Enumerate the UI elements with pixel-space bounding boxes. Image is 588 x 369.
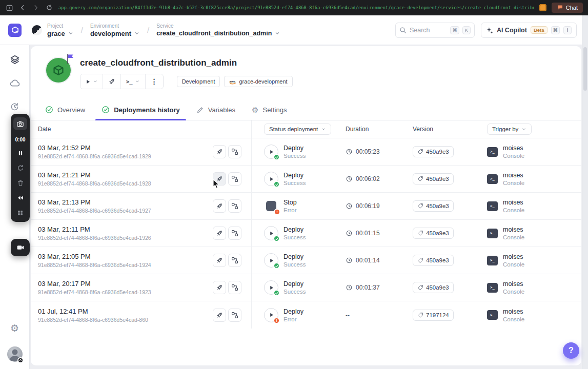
- project-label: Project: [47, 23, 74, 29]
- aws-icon: aws: [229, 79, 236, 85]
- trash-icon[interactable]: [16, 179, 25, 187]
- pipeline-icon: [231, 175, 238, 182]
- scrollbar-thumb[interactable]: [583, 47, 587, 91]
- deployment-date: 03 Mar, 21:21 PM: [38, 171, 213, 179]
- forward-icon[interactable]: [32, 4, 40, 12]
- redeploy-button[interactable]: [103, 74, 121, 89]
- deploy-status-button[interactable]: !: [264, 308, 278, 322]
- restart-icon[interactable]: [16, 164, 25, 172]
- page-title: create_cloudfront_distribution_admin: [80, 58, 293, 68]
- browser-extension-icon[interactable]: [539, 4, 546, 11]
- pipeline-icon: [231, 202, 238, 210]
- trigger-cell: moises Console: [483, 145, 581, 159]
- pipeline-button[interactable]: [228, 199, 241, 213]
- status-result: Success: [283, 180, 306, 186]
- tab-variables[interactable]: Variables: [188, 100, 244, 120]
- deploy-status-button[interactable]: [264, 280, 278, 295]
- pause-icon[interactable]: [16, 149, 25, 157]
- tag-icon: [417, 176, 423, 182]
- more-actions-button[interactable]: ⋮: [146, 74, 163, 89]
- deployment-logs-button[interactable]: [213, 172, 226, 186]
- copilot-label: AI Copilot: [497, 27, 527, 34]
- deployment-logs-button[interactable]: [213, 281, 226, 294]
- qovery-logo-icon[interactable]: [8, 24, 22, 37]
- pipeline-button[interactable]: [228, 145, 241, 158]
- version-chip[interactable]: 450a9e3: [413, 228, 454, 239]
- terminal-button[interactable]: >_: [121, 74, 146, 89]
- deployment-id: 91e8852d-ef74-4868-8f6a-c6936d5e4cad-192…: [38, 235, 213, 241]
- deploy-status-button[interactable]: [264, 253, 278, 268]
- project-selector[interactable]: grace: [47, 30, 74, 37]
- trigger-filter-dropdown[interactable]: Trigger by: [487, 124, 532, 135]
- play-button[interactable]: [80, 74, 103, 89]
- service-card: create_cloudfront_distribution_admin: [31, 46, 581, 365]
- page-scrollbar[interactable]: [582, 15, 588, 369]
- deployment-row: 03 Mar, 21:52 PM 91e8852d-ef74-4868-8f6a…: [31, 138, 581, 166]
- status-filter-dropdown[interactable]: Status deployment: [264, 124, 331, 135]
- deploy-status-button[interactable]: [264, 226, 278, 240]
- search-box[interactable]: ⌘ K: [395, 23, 475, 38]
- tab-overview[interactable]: Overview: [37, 100, 93, 120]
- console-icon: [487, 310, 498, 320]
- pipeline-icon: [231, 148, 238, 155]
- camera-icon[interactable]: [13, 117, 27, 130]
- back-icon[interactable]: [18, 4, 27, 12]
- chat-button[interactable]: Chat: [552, 3, 583, 13]
- browser-tabs-icon[interactable]: [5, 4, 13, 12]
- services-nav-icon[interactable]: [10, 54, 20, 65]
- version-chip[interactable]: 450a9e3: [413, 173, 454, 184]
- version-chip[interactable]: 450a9e3: [413, 146, 454, 157]
- shortcut-i-key: i: [563, 26, 572, 34]
- pipeline-icon: [231, 230, 238, 237]
- deployment-logs-button[interactable]: [213, 254, 226, 267]
- grid-icon[interactable]: [16, 209, 25, 217]
- deploy-status-button[interactable]: [264, 172, 278, 186]
- clusters-nav-icon[interactable]: [10, 78, 20, 88]
- version-chip[interactable]: 7197124: [413, 310, 454, 321]
- settings-gear-icon[interactable]: ⚙: [10, 323, 19, 333]
- pipeline-button[interactable]: [228, 281, 241, 294]
- search-input[interactable]: [410, 27, 448, 34]
- status-result: Error: [283, 207, 297, 213]
- service-selector[interactable]: create_cloudfront_distribution_admin: [156, 30, 280, 37]
- tab-settings[interactable]: ⚙ Settings: [244, 100, 295, 120]
- status-result: Error: [283, 316, 303, 322]
- pipeline-button[interactable]: [228, 309, 241, 322]
- tab-deployments-history[interactable]: Deployments history: [93, 100, 188, 120]
- tag-icon: [417, 230, 423, 236]
- video-camera-button[interactable]: [11, 239, 30, 256]
- project-value: grace: [47, 30, 65, 37]
- deployment-logs-button[interactable]: [213, 227, 226, 240]
- pipeline-button[interactable]: [228, 172, 241, 186]
- deployment-logs-button[interactable]: [213, 199, 226, 213]
- pipeline-button[interactable]: [228, 227, 241, 240]
- tag-icon: [417, 257, 423, 263]
- chat-label: Chat: [566, 5, 578, 11]
- deployment-logs-button[interactable]: [213, 309, 226, 322]
- rocket-icon: [216, 284, 223, 291]
- ai-copilot-button[interactable]: AI Copilot Beta ⌘ i: [481, 23, 577, 38]
- play-icon: [85, 79, 91, 85]
- console-icon: [487, 229, 498, 238]
- stop-status-button[interactable]: !: [264, 199, 278, 213]
- user-avatar[interactable]: [7, 346, 23, 362]
- pipeline-button[interactable]: [228, 254, 241, 267]
- audit-logs-nav-icon[interactable]: [10, 101, 20, 112]
- deploy-status-button[interactable]: [264, 145, 278, 159]
- help-button[interactable]: ?: [563, 342, 579, 359]
- pipeline-icon: [231, 312, 238, 319]
- url-bar[interactable]: app.qovery.com/organization/84ff1d2e-91b…: [58, 5, 534, 10]
- environment-selector[interactable]: development: [90, 30, 140, 37]
- trigger-cell: moises Console: [483, 199, 581, 213]
- gear-icon: ⚙: [252, 106, 258, 114]
- status-action: Deploy: [283, 280, 306, 288]
- version-chip[interactable]: 450a9e3: [413, 255, 454, 266]
- deployment-logs-button[interactable]: [213, 145, 226, 158]
- version-chip[interactable]: 450a9e3: [413, 200, 454, 212]
- pencil-icon: [196, 106, 204, 114]
- sparkle-icon: [486, 27, 493, 34]
- trigger-cell: moises Console: [483, 226, 581, 240]
- reload-icon[interactable]: [45, 4, 53, 12]
- rewind-icon[interactable]: [16, 194, 25, 202]
- version-chip[interactable]: 450a9e3: [413, 282, 454, 293]
